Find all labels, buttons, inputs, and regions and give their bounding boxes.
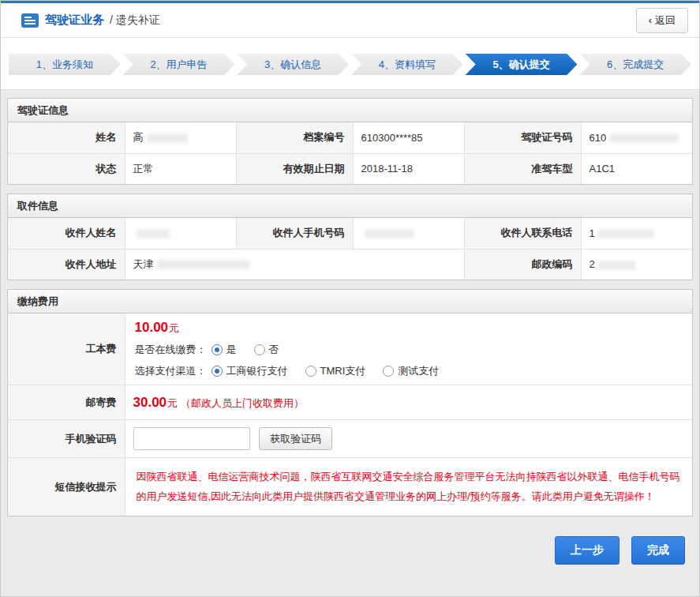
redacted-text [598, 229, 653, 238]
postage-fee-cell: 30.00元（邮政人员上门收取费用） [125, 385, 692, 420]
page: 驾驶证业务 / 遗失补证 ‹返回 1、业务须知 2、用户申告 3、确认信息 4、… [0, 0, 700, 597]
redacted-text [147, 133, 188, 143]
top-header: 驾驶证业务 / 遗失补证 ‹返回 [1, 1, 699, 38]
breadcrumb-current: / 遗失补证 [110, 13, 160, 28]
redacted-text [609, 133, 679, 143]
pay-channel-question: 选择支付渠道： [135, 364, 207, 378]
license-info-table: 姓名 高 档案编号 610300****85 驾驶证号码 610 状态 正常 有… [8, 122, 692, 184]
table-row: 状态 正常 有效期止日期 2018-11-18 准驾车型 A1C1 [8, 153, 692, 184]
payment-table: 工本费 10.00元 是否在线缴费： 是 否 选择支付渠道： 工商银行支付 TM… [8, 314, 692, 516]
field-value [125, 218, 236, 249]
redacted-text [365, 229, 414, 238]
field-label: 有效期止日期 [236, 153, 353, 184]
field-value: 610 [581, 122, 692, 153]
field-label: 收件人手机号码 [236, 218, 353, 249]
field-value: 天津 [125, 249, 464, 280]
field-label: 收件人地址 [8, 249, 125, 280]
section-title-payment: 缴纳费用 [8, 290, 692, 314]
table-row: 收件人地址 天津 邮政编码 2 [8, 249, 692, 280]
field-label: 准驾车型 [464, 153, 581, 184]
field-label: 姓名 [8, 122, 125, 153]
radio-unchecked-icon [305, 366, 316, 377]
field-label: 驾驶证号码 [464, 122, 581, 153]
field-value: A1C1 [581, 153, 692, 184]
license-business-icon [21, 13, 39, 28]
field-value [353, 218, 464, 249]
table-row: 收件人姓名 收件人手机号码 收件人联系电话 1 [8, 218, 692, 249]
steps-strip: 1、业务须知 2、用户申告 3、确认信息 4、资料填写 5、确认提交 6、完成提… [1, 38, 699, 90]
sms-code-input[interactable] [133, 427, 250, 450]
online-pay-question: 是否在线缴费： [135, 343, 207, 357]
radio-online-no[interactable]: 否 [254, 343, 279, 357]
pay-channel-options: 选择支付渠道： 工商银行支付 TMRI支付 测试支付 [135, 364, 683, 378]
sms-notice-label: 短信接收提示 [8, 458, 125, 516]
postage-fee-label: 邮寄费 [8, 385, 125, 420]
base-fee-cell: 10.00元 是否在线缴费： 是 否 选择支付渠道： 工商银行支付 TMRI支付… [125, 314, 692, 385]
radio-channel-icbc[interactable]: 工商银行支付 [211, 364, 288, 378]
redacted-text [137, 229, 170, 238]
field-value: 1 [581, 218, 692, 249]
previous-step-button[interactable]: 上一步 [555, 536, 620, 565]
license-info-section: 驾驶证信息 姓名 高 档案编号 610300****85 驾驶证号码 610 状… [7, 98, 693, 185]
finish-button[interactable]: 完成 [631, 536, 685, 565]
step-2-user-declaration: 2、用户申告 [123, 54, 235, 75]
table-row: 邮寄费 30.00元（邮政人员上门收取费用） [8, 385, 692, 420]
section-title-pickup: 取件信息 [8, 194, 692, 218]
radio-checked-icon [211, 344, 223, 355]
field-label: 收件人姓名 [8, 218, 125, 249]
redacted-text [157, 260, 250, 269]
steps-wizard: 1、业务须知 2、用户申告 3、确认信息 4、资料填写 5、确认提交 6、完成提… [9, 54, 691, 75]
field-value: 2018-11-18 [353, 153, 464, 184]
field-value: 610300****85 [353, 122, 464, 153]
sms-code-label: 手机验证码 [8, 420, 125, 458]
sms-code-cell: 获取验证码 [125, 420, 692, 458]
radio-online-yes[interactable]: 是 [211, 343, 237, 357]
table-row: 姓名 高 档案编号 610300****85 驾驶证号码 610 [8, 122, 692, 153]
radio-checked-icon [211, 366, 223, 377]
sms-notice-cell: 因陕西省联通、电信运营商技术问题，陕西省互联网交通安全综合服务管理平台无法向持陕… [125, 458, 692, 516]
redacted-text [598, 261, 636, 270]
field-label: 档案编号 [236, 122, 353, 153]
section-title-license: 驾驶证信息 [8, 99, 692, 122]
step-4-fill-data: 4、资料填写 [351, 54, 463, 75]
get-code-button[interactable]: 获取验证码 [259, 427, 332, 450]
field-value: 高 [125, 122, 236, 153]
pickup-info-section: 取件信息 收件人姓名 收件人手机号码 收件人联系电话 1 收件人地址 天津 邮政… [7, 193, 693, 280]
field-label: 状态 [8, 153, 125, 184]
table-row: 手机验证码 获取验证码 [8, 420, 692, 458]
sms-notice-text: 因陕西省联通、电信运营商技术问题，陕西省互联网交通安全综合服务管理平台无法向持陕… [135, 464, 683, 509]
table-row: 工本费 10.00元 是否在线缴费： 是 否 选择支付渠道： 工商银行支付 TM… [8, 314, 692, 385]
radio-unchecked-icon [383, 366, 394, 377]
pickup-info-table: 收件人姓名 收件人手机号码 收件人联系电话 1 收件人地址 天津 邮政编码 2 [8, 218, 692, 280]
field-label: 收件人联系电话 [464, 218, 581, 249]
step-5-confirm-submit: 5、确认提交 [466, 54, 578, 75]
radio-unchecked-icon [254, 344, 265, 355]
radio-channel-tmri[interactable]: TMRI支付 [305, 364, 366, 378]
step-6-complete-submit: 6、完成提交 [579, 54, 691, 75]
step-3-confirm-info: 3、确认信息 [237, 54, 349, 75]
base-fee-label: 工本费 [8, 314, 125, 385]
chevron-left-icon: ‹ [649, 14, 652, 26]
online-pay-options: 是否在线缴费： 是 否 [135, 343, 683, 357]
field-value: 2 [581, 249, 692, 280]
field-value: 正常 [125, 153, 236, 184]
radio-channel-test[interactable]: 测试支付 [383, 364, 439, 378]
back-button-label: 返回 [655, 14, 676, 26]
step-1-business-notice: 1、业务须知 [9, 54, 121, 75]
base-fee-amount: 10.00元 [135, 320, 683, 336]
footer-actions: 上一步 完成 [7, 525, 693, 565]
page-title: 驾驶证业务 [45, 13, 104, 28]
main-content: 驾驶证信息 姓名 高 档案编号 610300****85 驾驶证号码 610 状… [1, 90, 699, 565]
back-button[interactable]: ‹返回 [636, 8, 688, 33]
field-label: 邮政编码 [464, 249, 581, 280]
payment-section: 缴纳费用 工本费 10.00元 是否在线缴费： 是 否 选择支付渠道： 工商银行… [7, 289, 693, 516]
table-row: 短信接收提示 因陕西省联通、电信运营商技术问题，陕西省互联网交通安全综合服务管理… [8, 458, 692, 516]
